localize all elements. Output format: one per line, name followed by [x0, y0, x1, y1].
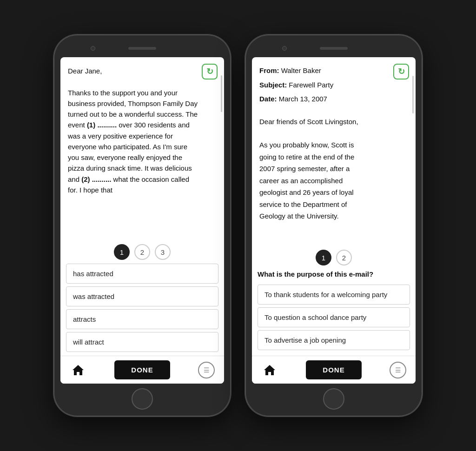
from-label: From:: [259, 66, 279, 74]
subject-line: Subject: Farewell Party: [259, 80, 388, 91]
phone-2-top-bar: [252, 41, 416, 55]
blank2: (2) ..........: [81, 175, 111, 183]
blank1: (1) ..........: [87, 121, 119, 129]
menu-icon-2: ☰: [395, 366, 401, 374]
page-1-btn-3[interactable]: 3: [155, 244, 171, 260]
phone-1-top-bar: [60, 41, 224, 55]
done-button-2[interactable]: DONE: [306, 360, 361, 379]
phone-1-screen: ↻ Dear Jane, Thanks to the support you a…: [60, 57, 224, 384]
menu-icon-1: ☰: [204, 366, 210, 374]
phone-2-camera: [282, 46, 287, 51]
phone-1-bottom: [132, 388, 153, 410]
home-button-2[interactable]: [261, 362, 278, 378]
date-value: March 13, 2007: [277, 95, 327, 103]
bottom-bar-2: DONE ☰: [252, 356, 416, 384]
answer-list-1: has attracted was attracted attracts wil…: [60, 264, 224, 356]
answer-1-option-4[interactable]: will attract: [66, 332, 218, 352]
phones-container: ↻ Dear Jane, Thanks to the support you a…: [54, 35, 422, 416]
phone-1-content: ↻ Dear Jane, Thanks to the support you a…: [60, 57, 224, 239]
done-button-1[interactable]: DONE: [114, 360, 170, 379]
home-icon-2: [263, 364, 276, 377]
date-label: Date:: [259, 95, 277, 103]
answer-2-option-2[interactable]: To question a school dance party: [258, 307, 410, 327]
page-1-btn-2[interactable]: 2: [134, 244, 150, 260]
page-2-btn-1[interactable]: 1: [316, 250, 331, 265]
salutation-2: Dear friends of Scott Livingston,: [259, 117, 388, 127]
from-line: From: Walter Baker: [259, 66, 388, 76]
home-button-1[interactable]: [70, 362, 86, 378]
phone-1-camera: [91, 46, 95, 51]
svg-marker-0: [73, 365, 84, 375]
page-2-btn-2[interactable]: 2: [336, 250, 352, 265]
question-section-2: What is the purpose of this e-mail? To t…: [252, 269, 416, 356]
answer-1-option-1[interactable]: has attracted: [66, 264, 218, 284]
phone-2-bottom: [323, 388, 344, 410]
answer-1-option-3[interactable]: attracts: [66, 309, 218, 329]
scroll-indicator-1: [221, 75, 222, 112]
home-circle-2[interactable]: [323, 388, 344, 410]
bottom-bar-1: DONE ☰: [60, 356, 224, 384]
date-line: Date: March 13, 2007: [259, 94, 388, 105]
greeting-1: Dear Jane,: [68, 67, 102, 75]
answer-2-option-1[interactable]: To thank students for a welcoming party: [258, 285, 410, 305]
subject-value: Farewell Party: [287, 81, 333, 89]
refresh-button-1[interactable]: ↻: [202, 64, 218, 80]
home-icon-1: [72, 364, 85, 377]
phone-2-screen: ↻ From: Walter Baker Subject: Farewell P…: [252, 57, 416, 384]
pagination-1: 1 2 3: [60, 239, 224, 264]
page-1-btn-1[interactable]: 1: [114, 244, 130, 260]
refresh-button-2[interactable]: ↻: [393, 64, 409, 80]
refresh-icon-1: ↻: [206, 66, 213, 77]
email-header-2: From: Walter Baker Subject: Farewell Par…: [259, 66, 408, 222]
subject-label: Subject:: [259, 81, 287, 89]
phone-2-speaker: [320, 47, 348, 50]
phone-2-content: ↻ From: Walter Baker Subject: Farewell P…: [252, 57, 416, 245]
svg-marker-1: [264, 365, 275, 375]
email-body-2: As you probably know, Scott is going to …: [259, 139, 388, 222]
refresh-icon-2: ↻: [398, 66, 405, 77]
body-middle-1: over 300 residents and was a very positi…: [68, 121, 192, 183]
menu-button-2[interactable]: ☰: [390, 362, 406, 378]
pagination-2: 1 2: [252, 245, 416, 269]
menu-button-1[interactable]: ☰: [198, 362, 215, 378]
home-circle-1[interactable]: [132, 388, 153, 410]
phone-1: ↻ Dear Jane, Thanks to the support you a…: [54, 35, 231, 416]
email-body-1: Dear Jane, Thanks to the support you and…: [68, 66, 217, 236]
question-text-2: What is the purpose of this e-mail?: [258, 269, 410, 279]
answer-1-option-2[interactable]: was attracted: [66, 286, 218, 306]
from-value: Walter Baker: [279, 66, 321, 74]
answer-list-2: To thank students for a welcoming party …: [258, 285, 410, 352]
phone-2: ↻ From: Walter Baker Subject: Farewell P…: [245, 35, 422, 416]
scroll-indicator-2: [412, 76, 414, 113]
phone-1-speaker: [128, 47, 156, 50]
answer-2-option-3[interactable]: To advertise a job opening: [258, 330, 410, 350]
